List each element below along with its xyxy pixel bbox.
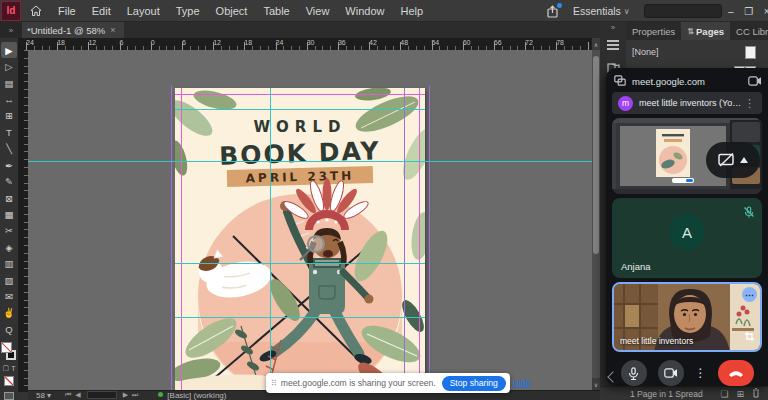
more-options-icon[interactable]: ⋮ bbox=[744, 97, 755, 110]
share-screen-icon[interactable] bbox=[546, 5, 559, 18]
menu-edit[interactable]: Edit bbox=[92, 5, 111, 17]
pencil-tool[interactable]: ✎ bbox=[1, 173, 17, 189]
page-curl-icon[interactable]: ❏ bbox=[720, 389, 728, 399]
apply-none-swatch[interactable] bbox=[4, 376, 14, 386]
scrollbar-thumb[interactable] bbox=[593, 56, 599, 254]
bleed-guide-left[interactable] bbox=[171, 86, 172, 400]
self-video-tile[interactable]: ⋯ meet little inventors bbox=[612, 282, 762, 352]
drag-handle-icon[interactable]: ⠿ bbox=[271, 379, 277, 388]
hand-tool[interactable]: ✌ bbox=[1, 305, 17, 321]
window-restore-button[interactable]: ❐ bbox=[740, 0, 758, 22]
tools-panel-collapse-icon[interactable]: » bbox=[0, 22, 22, 38]
dock-collapse-icon[interactable]: » bbox=[611, 23, 615, 32]
end-call-button[interactable] bbox=[718, 360, 754, 386]
menu-view[interactable]: View bbox=[306, 5, 330, 17]
vertical-scrollbar[interactable] bbox=[592, 50, 600, 390]
tab-pages[interactable]: ⇅Pages bbox=[681, 22, 730, 40]
first-page-button[interactable]: ⏮ bbox=[65, 391, 71, 399]
home-icon[interactable] bbox=[30, 5, 42, 17]
panel-menu-icon[interactable] bbox=[607, 40, 619, 50]
presentation-control-overlay[interactable] bbox=[706, 142, 760, 178]
ruler-guide-h2[interactable] bbox=[28, 161, 592, 162]
ruler-guide-h4[interactable] bbox=[175, 317, 425, 318]
scroll-up-arrow[interactable]: ∧ bbox=[592, 38, 600, 50]
document-canvas[interactable]: WORLD BOOK DAY APRIL 23TH bbox=[28, 50, 600, 400]
delete-page-icon[interactable] bbox=[752, 388, 760, 400]
free-transform-tool[interactable]: ◈ bbox=[1, 239, 17, 255]
scissors-tool[interactable]: ✂ bbox=[1, 223, 17, 239]
gradient-feather-tool[interactable]: ▨ bbox=[1, 272, 17, 288]
menu-table[interactable]: Table bbox=[263, 5, 289, 17]
menu-window[interactable]: Window bbox=[345, 5, 384, 17]
margin-guide-left[interactable] bbox=[181, 88, 182, 400]
new-page-icon[interactable]: ⊞ bbox=[736, 389, 744, 399]
page-tool[interactable]: ▤ bbox=[1, 75, 17, 91]
rectangle-tool[interactable]: ▦ bbox=[1, 206, 17, 222]
ruler-guide-v[interactable] bbox=[270, 88, 271, 400]
formatting-text-icon[interactable]: T bbox=[11, 365, 15, 372]
expand-arrow-icon[interactable] bbox=[740, 157, 748, 163]
ruler-guide-h1[interactable] bbox=[175, 109, 425, 110]
tab-switch-icon[interactable] bbox=[614, 72, 626, 90]
gap-tool[interactable]: ↔ bbox=[1, 91, 17, 107]
screen-mode-icon[interactable] bbox=[4, 392, 14, 400]
screen-share-toast: ⠿ meet.google.com is sharing your screen… bbox=[266, 373, 510, 393]
zoom-tool[interactable]: Q bbox=[1, 321, 17, 337]
type-tool[interactable]: T bbox=[1, 124, 17, 140]
tile-options-badge[interactable]: ⋯ bbox=[742, 287, 757, 302]
menu-type[interactable]: Type bbox=[176, 5, 200, 17]
margin-guide-top[interactable] bbox=[175, 94, 425, 95]
meet-header: meet.google.com bbox=[614, 73, 762, 89]
line-tool[interactable]: ╲ bbox=[1, 141, 17, 157]
ruler-guide-h3[interactable] bbox=[175, 263, 425, 264]
document-tab[interactable]: *Untitled-1 @ 58% × bbox=[22, 22, 124, 38]
hide-link[interactable]: Hide bbox=[513, 378, 531, 388]
stop-sharing-button[interactable]: Stop sharing bbox=[442, 376, 506, 391]
master-none-thumbnail[interactable] bbox=[745, 46, 756, 59]
close-tab-icon[interactable]: × bbox=[110, 25, 115, 35]
direct-selection-tool[interactable]: ▷ bbox=[1, 58, 17, 74]
preflight-label[interactable]: [Basic] (working) bbox=[167, 391, 226, 400]
menu-help[interactable]: Help bbox=[400, 5, 423, 17]
next-page-button[interactable]: ▶ bbox=[123, 391, 128, 399]
frame-tool[interactable]: ⊠ bbox=[1, 190, 17, 206]
workspace-switcher[interactable]: Essentials bbox=[573, 5, 621, 17]
menu-file[interactable]: File bbox=[58, 5, 76, 17]
page-number-input[interactable] bbox=[87, 391, 117, 399]
formatting-container-icon[interactable]: ▢ bbox=[3, 364, 10, 372]
menu-object[interactable]: Object bbox=[216, 5, 248, 17]
camera-button[interactable] bbox=[658, 360, 684, 386]
window-close-button[interactable]: × bbox=[758, 0, 768, 22]
camera-icon[interactable] bbox=[748, 72, 762, 90]
fill-swatch-none[interactable] bbox=[1, 342, 12, 353]
pen-tool[interactable]: ✒ bbox=[1, 157, 17, 173]
meeting-info-row[interactable]: m meet little inventors (You… ⋮ bbox=[612, 92, 762, 114]
menu-layout[interactable]: Layout bbox=[127, 5, 160, 17]
column-guide[interactable] bbox=[404, 88, 405, 400]
zoom-level-select[interactable]: 58▾ bbox=[36, 391, 51, 400]
note-tool[interactable]: ✉ bbox=[1, 288, 17, 304]
search-input[interactable] bbox=[644, 4, 722, 18]
tab-properties[interactable]: Properties bbox=[626, 22, 681, 40]
selection-tool[interactable]: ▶ bbox=[1, 42, 17, 58]
panel-tab-bar: Properties ⇅Pages CC Libraries bbox=[626, 22, 768, 40]
last-page-button[interactable]: ⏭ bbox=[132, 391, 138, 399]
participant-tile-anjana[interactable]: A Anjana bbox=[612, 198, 762, 278]
picture-in-picture-icon[interactable] bbox=[744, 328, 755, 346]
margin-guide-right[interactable] bbox=[419, 88, 420, 400]
meet-url: meet.google.com bbox=[632, 76, 748, 87]
tab-cc-libraries[interactable]: CC Libraries bbox=[730, 22, 768, 40]
stop-presenting-icon[interactable] bbox=[718, 153, 736, 167]
gradient-tool[interactable]: ▥ bbox=[1, 255, 17, 271]
fill-stroke-swatches[interactable] bbox=[1, 342, 17, 364]
master-none-row[interactable]: [None] bbox=[626, 44, 768, 60]
formatting-affects-icons[interactable]: ▢ T bbox=[2, 363, 16, 373]
poster-page[interactable]: WORLD BOOK DAY APRIL 23TH bbox=[175, 88, 425, 400]
bleed-guide-right[interactable] bbox=[429, 86, 430, 400]
window-minimize-button[interactable]: – bbox=[722, 0, 740, 22]
more-controls-icon[interactable]: ⋮ bbox=[695, 366, 707, 380]
microphone-button[interactable] bbox=[621, 360, 647, 386]
prev-page-button[interactable]: ◀ bbox=[75, 391, 80, 399]
scroll-down-arrow[interactable]: ∨ bbox=[592, 378, 600, 390]
content-collector-tool[interactable]: ⊞ bbox=[1, 108, 17, 124]
